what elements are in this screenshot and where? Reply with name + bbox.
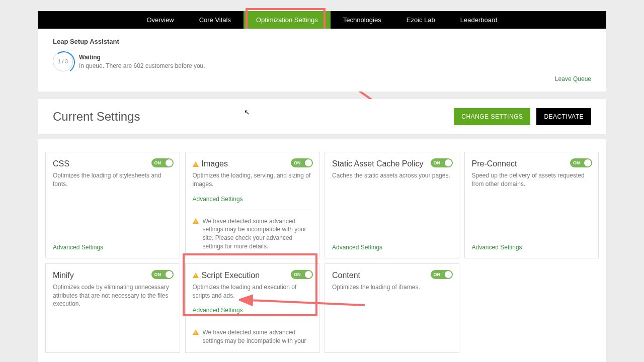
- setup-assistant-card: Leap Setup Assistant 1 / 3 Waiting In qu…: [38, 29, 606, 92]
- deactivate-button[interactable]: DEACTIVATE: [536, 108, 591, 125]
- tile-title-text: Images: [202, 159, 228, 168]
- assistant-status: Waiting: [79, 54, 205, 61]
- progress-ring: 1 / 3: [53, 51, 73, 71]
- toggle-images[interactable]: ON: [291, 158, 313, 167]
- tab-leaderboard[interactable]: Leaderboard: [448, 11, 510, 29]
- toggle-label: ON: [154, 272, 162, 277]
- advanced-settings-link[interactable]: Advanced Settings: [472, 244, 592, 251]
- tile-preconnect: ON Pre-Connect Speed up the delivery of …: [464, 152, 599, 258]
- page-title: Current Settings: [53, 110, 140, 124]
- warning-block: We have detected some advanced settings …: [193, 321, 312, 345]
- main-nav: Overview Core Vitals Optimization Settin…: [38, 11, 606, 29]
- tile-script-execution: ON Script Execution Optimizes the loadin…: [185, 263, 320, 353]
- warning-block: We have detected some advanced settings …: [193, 210, 312, 251]
- tile-static-cache: ON Static Asset Cache Policy Caches the …: [325, 152, 459, 258]
- leave-queue-link[interactable]: Leave Queue: [555, 75, 591, 82]
- tab-optimization-settings[interactable]: Optimization Settings: [244, 11, 331, 29]
- tab-core-vitals[interactable]: Core Vitals: [187, 11, 244, 29]
- warning-icon: [193, 329, 199, 335]
- tile-desc: Speed up the delivery of assets requeste…: [472, 171, 592, 189]
- toggle-preconnect[interactable]: ON: [570, 158, 592, 167]
- tile-minify: ON Minify Optimizes code by eliminating …: [45, 263, 180, 353]
- tile-images: ON Images Optimizes the loading, serving…: [185, 152, 320, 258]
- tab-ezoic-lab[interactable]: Ezoic Lab: [394, 11, 448, 29]
- tile-desc: Caches the static assets across your pag…: [332, 171, 452, 180]
- warning-text: We have detected some advanced settings …: [203, 328, 312, 345]
- toggle-css[interactable]: ON: [151, 158, 174, 167]
- advanced-settings-link[interactable]: Advanced Settings: [193, 196, 312, 203]
- settings-grid: ON CSS Optimizes the loading of styleshe…: [38, 139, 606, 362]
- toggle-minify[interactable]: ON: [151, 270, 174, 279]
- toggle-label: ON: [434, 160, 441, 165]
- advanced-settings-link[interactable]: Advanced Settings: [332, 244, 452, 251]
- warning-icon: [193, 273, 199, 278]
- tile-css: ON CSS Optimizes the loading of styleshe…: [45, 152, 180, 258]
- toggle-script[interactable]: ON: [291, 270, 313, 279]
- tab-technologies[interactable]: Technologies: [331, 11, 394, 29]
- cursor-icon: ↖: [244, 108, 250, 116]
- advanced-settings-link[interactable]: Advanced Settings: [193, 307, 312, 314]
- tile-content: ON Content Optimizes the loading of ifra…: [325, 263, 459, 353]
- progress-text: 1 / 3: [58, 59, 67, 64]
- tile-title-text: Script Execution: [202, 271, 260, 280]
- toggle-label: ON: [154, 160, 162, 165]
- toggle-content[interactable]: ON: [431, 270, 453, 279]
- toggle-label: ON: [294, 160, 301, 165]
- warning-text: We have detected some advanced settings …: [203, 217, 312, 251]
- toggle-static[interactable]: ON: [431, 158, 453, 167]
- change-settings-button[interactable]: CHANGE SETTINGS: [454, 108, 530, 125]
- assistant-substatus: In queue. There are 602 customers before…: [79, 62, 205, 69]
- tile-desc: Optimizes the loading and execution of s…: [193, 283, 312, 300]
- toggle-label: ON: [294, 272, 301, 277]
- toggle-label: ON: [573, 160, 580, 165]
- tile-desc: Optimizes code by eliminating unnecessar…: [53, 283, 173, 308]
- advanced-settings-link[interactable]: Advanced Settings: [53, 244, 173, 251]
- warning-icon: [193, 218, 199, 224]
- tile-desc: Optimizes the loading, serving, and sizi…: [193, 171, 312, 189]
- settings-header: Current Settings ↖ CHANGE SETTINGS DEACT…: [38, 99, 606, 134]
- tile-desc: Optimizes the loading of stylesheets and…: [53, 171, 173, 189]
- warning-icon: [193, 161, 199, 167]
- tile-desc: Optimizes the loading of iframes.: [332, 283, 452, 292]
- assistant-title: Leap Setup Assistant: [53, 38, 591, 45]
- toggle-label: ON: [434, 272, 441, 277]
- tab-overview[interactable]: Overview: [134, 11, 186, 29]
